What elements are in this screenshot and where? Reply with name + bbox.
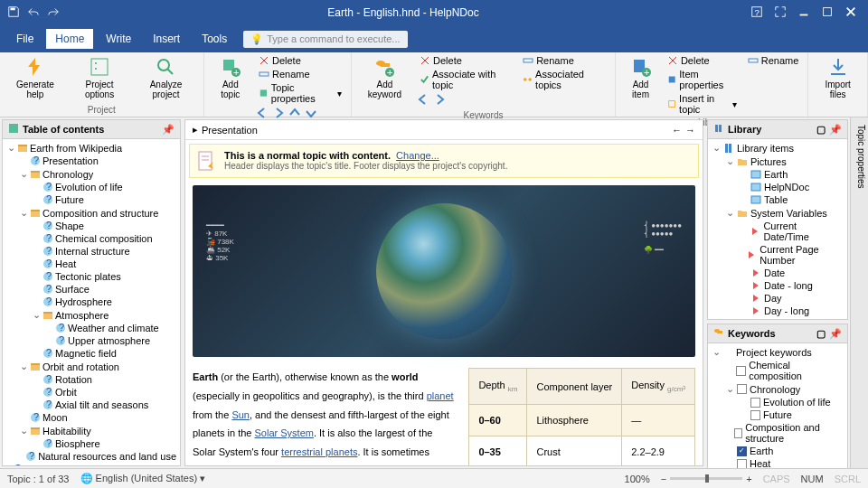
fullscreen-icon[interactable] [774, 5, 787, 20]
maximize-panel-icon[interactable]: ▢ [816, 328, 826, 340]
pin-icon[interactable]: 📌 [162, 124, 175, 136]
link-terrestrial[interactable]: terrestrial planets [281, 446, 357, 457]
keyword-item[interactable]: Chemical composition [710, 359, 845, 382]
topic-properties-button[interactable]: Topic properties ▾ [255, 81, 345, 105]
toc-item[interactable]: ⌄Orbit and rotation [5, 360, 178, 373]
library-item[interactable]: Current Date/Time [710, 220, 845, 243]
tab-insert[interactable]: Insert [144, 29, 189, 49]
library-item[interactable]: Current Page Number [710, 243, 845, 267]
link-solar-system[interactable]: Solar System [255, 427, 314, 438]
change-link[interactable]: Change... [396, 150, 439, 161]
kw-associate-button[interactable]: Associate with topic [416, 68, 515, 91]
project-options-button[interactable]: Project options [69, 54, 130, 101]
zoom-level[interactable]: 100% [625, 474, 650, 484]
save-icon[interactable] [7, 5, 20, 20]
next-topic-icon[interactable]: → [685, 125, 695, 136]
keyword-checkbox[interactable] [736, 366, 746, 376]
maximize-panel-icon[interactable]: ▢ [816, 124, 826, 136]
toc-item[interactable]: ?Rotation [5, 373, 178, 386]
link-planet[interactable]: planet [427, 390, 454, 401]
library-item[interactable]: HelpNDoc [710, 181, 845, 193]
library-item[interactable]: Earth [710, 168, 845, 181]
redo-icon[interactable] [47, 5, 60, 20]
kw-left-icon[interactable] [416, 92, 430, 108]
library-item[interactable]: ⌄Pictures [710, 155, 845, 168]
keyword-item[interactable]: ⌄Chronology [710, 382, 845, 396]
toc-item[interactable]: ?Natural and environmental hazards [5, 463, 178, 465]
kw-delete-button[interactable]: Delete [416, 54, 515, 67]
lib-insert-button[interactable]: Insert in topic ▾ [664, 92, 741, 116]
maximize-icon[interactable] [821, 5, 834, 20]
library-item[interactable]: Date - long [710, 279, 845, 292]
toc-item[interactable]: ?Evolution of life [5, 181, 178, 193]
library-item[interactable]: Table [710, 193, 845, 206]
toc-item[interactable]: ?Biosphere [5, 437, 178, 450]
kw-assoc-topics-button[interactable]: Associated topics [519, 68, 609, 91]
toc-item[interactable]: ⌄Atmosphere [5, 308, 178, 322]
toc-item[interactable]: ?Moon [5, 411, 178, 424]
undo-icon[interactable] [27, 5, 40, 20]
generate-help-button[interactable]: Generate help [5, 54, 65, 101]
breadcrumb[interactable]: Presentation [202, 125, 258, 136]
library-item[interactable]: Day [710, 292, 845, 305]
command-search[interactable]: 💡 Type a command to execute... [243, 31, 407, 48]
keyword-checkbox[interactable] [750, 410, 760, 420]
link-sun[interactable]: Sun [231, 409, 250, 420]
toc-item[interactable]: ?Internal structure [5, 245, 178, 258]
add-library-item-button[interactable]: +Add item [621, 54, 660, 101]
keyword-item[interactable]: Future [710, 408, 845, 421]
library-item[interactable]: Day - long [710, 305, 845, 317]
toc-item[interactable]: ?Surface [5, 283, 178, 296]
tab-tools[interactable]: Tools [193, 29, 236, 49]
analyze-project-button[interactable]: Analyze project [134, 54, 197, 101]
pin-icon[interactable]: 📌 [829, 328, 842, 340]
toc-item[interactable]: ?Weather and climate [5, 322, 178, 334]
toc-item[interactable]: ?Natural resources and land use [5, 450, 178, 463]
toc-item[interactable]: ⌄Habitability [5, 424, 178, 437]
tab-file[interactable]: File [7, 29, 42, 49]
toc-item[interactable]: ?Shape [5, 220, 178, 232]
lib-rename-button[interactable]: Rename [744, 54, 803, 67]
toc-item[interactable]: ?Magnetic field [5, 347, 178, 360]
kw-right-icon[interactable] [432, 92, 447, 108]
library-item[interactable]: ⌄System Variables [710, 206, 845, 220]
keyword-checkbox[interactable] [737, 459, 747, 469]
lib-delete-button[interactable]: Delete [664, 54, 741, 67]
zoom-slider[interactable] [670, 477, 742, 480]
kw-rename-button[interactable]: Rename [519, 54, 609, 67]
import-files-button[interactable]: Import files [814, 54, 862, 101]
zoom-out-button[interactable]: − [661, 474, 666, 484]
add-keyword-button[interactable]: +Add keyword [357, 54, 412, 101]
toc-item[interactable]: ⌄Chronology [5, 167, 178, 181]
toc-item[interactable]: ?Axial tilt and seasons [5, 399, 178, 411]
toc-item[interactable]: ?Chemical composition [5, 232, 178, 245]
keyword-checkbox[interactable] [737, 384, 747, 394]
prev-topic-icon[interactable]: ← [672, 125, 682, 136]
tab-write[interactable]: Write [97, 29, 140, 49]
pin-icon[interactable]: 📌 [829, 124, 842, 136]
toc-item[interactable]: ?Presentation [5, 155, 178, 167]
keyword-item[interactable]: Evolution of life [710, 396, 845, 408]
library-item[interactable]: ⌄Library items [710, 141, 845, 155]
toc-item[interactable]: ?Hydrosphere [5, 296, 178, 308]
keyword-item[interactable]: ⌄Project keywords [710, 345, 845, 359]
add-topic-button[interactable]: +Add topic [210, 54, 251, 101]
topic-properties-tab[interactable]: Topic properties [851, 117, 868, 196]
keyword-checkbox[interactable] [750, 398, 760, 408]
close-icon[interactable] [844, 5, 857, 20]
keyword-item[interactable]: Earth [710, 445, 845, 457]
keyword-checkbox[interactable] [734, 428, 743, 438]
keyword-item[interactable]: Composition and structure [710, 421, 845, 445]
toc-item[interactable]: ?Orbit [5, 386, 178, 399]
keyword-checkbox[interactable] [737, 446, 747, 456]
library-item[interactable]: Date [710, 267, 845, 279]
toc-item[interactable]: ?Future [5, 193, 178, 206]
editor-content[interactable]: ━━━━✈ 87K🚂 738K🚢 52K⛴ 35K ⎨ ●●●●●●●⎨ ●●●… [185, 182, 703, 465]
keyword-item[interactable]: Heat [710, 457, 845, 468]
toc-rename-button[interactable]: Rename [255, 68, 345, 80]
tab-home[interactable]: Home [46, 29, 93, 49]
toc-item[interactable]: ⌄Composition and structure [5, 206, 178, 220]
lib-properties-button[interactable]: Item properties [664, 68, 741, 91]
minimize-icon[interactable] [797, 5, 810, 20]
language-selector[interactable]: 🌐 English (United States) ▾ [80, 473, 206, 484]
